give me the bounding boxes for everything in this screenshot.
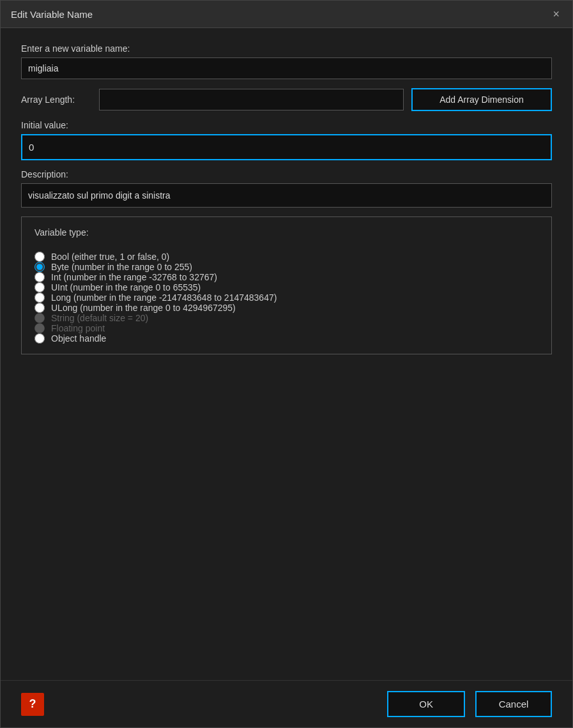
variable-type-group: Variable type: Bool (either true, 1 or f…: [21, 216, 552, 354]
variable-name-label: Enter a new variable name:: [21, 43, 552, 54]
radio-option-opt-uint[interactable]: UInt (number in the range 0 to 65535): [34, 282, 539, 292]
radio-option-opt-string: String (default size = 20): [34, 313, 539, 323]
variable-type-legend: Variable type:: [34, 227, 539, 238]
ok-button[interactable]: OK: [387, 691, 465, 717]
radio-option-opt-float: Floating point: [34, 323, 539, 333]
radio-label-opt-ulong: ULong (number in the range 0 to 42949672…: [51, 303, 236, 313]
radio-option-opt-ulong[interactable]: ULong (number in the range 0 to 42949672…: [34, 303, 539, 313]
radio-label-opt-string: String (default size = 20): [51, 313, 148, 323]
cancel-button[interactable]: Cancel: [475, 691, 552, 717]
footer-buttons: OK Cancel: [387, 691, 552, 717]
edit-variable-dialog: Edit Variable Name × Enter a new variabl…: [0, 0, 573, 728]
description-label: Description:: [21, 169, 552, 179]
radio-options-container: Bool (either true, 1 or false, 0)Byte (n…: [34, 252, 539, 344]
radio-option-opt-int[interactable]: Int (number in the range -32768 to 32767…: [34, 272, 539, 282]
radio-label-opt-long: Long (number in the range -2147483648 to…: [51, 292, 277, 303]
dialog-footer: ? OK Cancel: [1, 680, 572, 727]
initial-value-section: Initial value:: [21, 120, 552, 160]
radio-label-opt-byte: Byte (number in the range 0 to 255): [51, 262, 192, 272]
initial-value-label: Initial value:: [21, 120, 552, 130]
radio-option-opt-bool[interactable]: Bool (either true, 1 or false, 0): [34, 252, 539, 262]
array-length-input[interactable]: [99, 89, 404, 110]
radio-label-opt-object: Object handle: [51, 333, 106, 344]
radio-input-opt-bool[interactable]: [34, 252, 45, 262]
initial-value-input[interactable]: [21, 134, 552, 160]
radio-input-opt-long[interactable]: [34, 292, 45, 303]
radio-option-opt-object[interactable]: Object handle: [34, 333, 539, 344]
radio-input-opt-object[interactable]: [34, 333, 45, 344]
radio-label-opt-uint: UInt (number in the range 0 to 65535): [51, 282, 201, 292]
description-section: Description:: [21, 169, 552, 208]
description-input[interactable]: [21, 183, 552, 208]
radio-label-opt-float: Floating point: [51, 323, 105, 333]
dialog-title: Edit Variable Name: [11, 9, 93, 20]
variable-name-section: Enter a new variable name:: [21, 43, 552, 79]
array-length-label: Array Length:: [21, 95, 91, 105]
radio-input-opt-float: [34, 323, 45, 333]
radio-option-opt-long[interactable]: Long (number in the range -2147483648 to…: [34, 292, 539, 303]
help-button[interactable]: ?: [21, 693, 44, 716]
radio-label-opt-int: Int (number in the range -32768 to 32767…: [51, 272, 217, 282]
close-button[interactable]: ×: [550, 8, 562, 20]
add-array-dimension-button[interactable]: Add Array Dimension: [411, 88, 552, 111]
array-length-row: Array Length: Add Array Dimension: [21, 88, 552, 111]
radio-input-opt-uint[interactable]: [34, 282, 45, 292]
radio-label-opt-bool: Bool (either true, 1 or false, 0): [51, 252, 169, 262]
variable-name-input[interactable]: [21, 57, 552, 79]
radio-input-opt-ulong[interactable]: [34, 303, 45, 313]
radio-input-opt-byte[interactable]: [34, 262, 45, 272]
radio-input-opt-string: [34, 313, 45, 323]
radio-input-opt-int[interactable]: [34, 272, 45, 282]
radio-option-opt-byte[interactable]: Byte (number in the range 0 to 255): [34, 262, 539, 272]
dialog-content: Enter a new variable name: Array Length:…: [1, 28, 572, 680]
title-bar: Edit Variable Name ×: [1, 1, 572, 28]
